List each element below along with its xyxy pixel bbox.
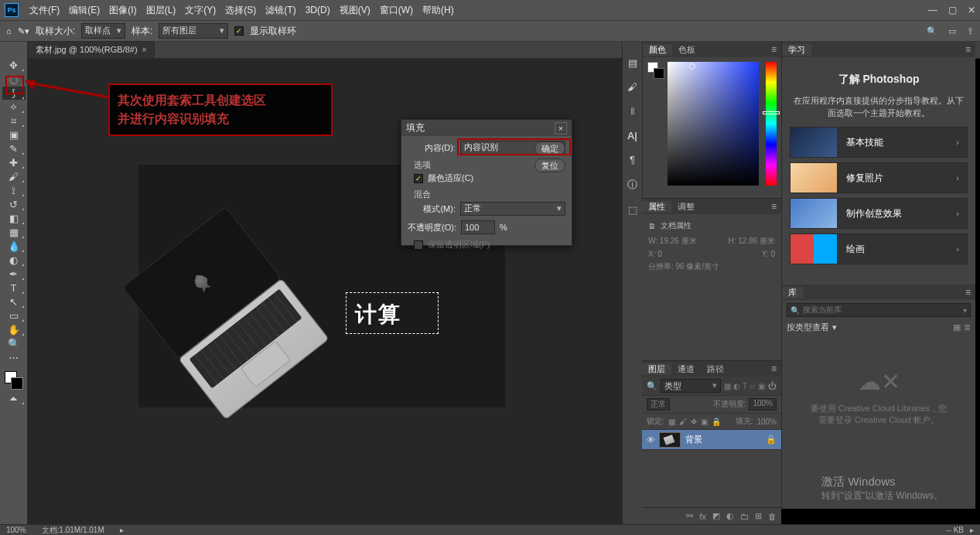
share-icon[interactable]: ⇪ <box>967 26 974 36</box>
gradient-tool[interactable]: ▦ <box>2 226 26 239</box>
quick-select-tool[interactable]: ✧ <box>2 101 26 114</box>
color-adapt-checkbox[interactable]: ✓ <box>414 174 423 183</box>
dodge-tool[interactable]: ◐ <box>2 254 26 267</box>
fill-value[interactable]: 100% <box>756 417 777 426</box>
library-search-input[interactable]: 🔍 搜索当前库 ▾ <box>787 303 971 317</box>
dialog-titlebar[interactable]: 填充 × <box>401 120 572 136</box>
menu-window[interactable]: 窗口(W) <box>375 4 418 17</box>
hand-tool[interactable]: ✋ <box>2 323 26 336</box>
grid-view-icon[interactable]: ▦ <box>953 322 961 332</box>
brush-settings-icon[interactable]: ⫴ <box>630 105 635 118</box>
menu-file[interactable]: 文件(F) <box>25 4 64 17</box>
para-panel-icon[interactable]: ¶ <box>630 154 635 165</box>
chevron-down-icon[interactable]: ▾ <box>963 306 967 315</box>
frame-tool[interactable]: ▣ <box>2 128 26 141</box>
filter-pixel-icon[interactable]: ▦ <box>724 382 731 390</box>
filter-shape-icon[interactable]: ▱ <box>750 382 756 390</box>
properties-tab[interactable]: 属性 <box>642 201 671 213</box>
menu-view[interactable]: 视图(V) <box>335 4 375 17</box>
menu-select[interactable]: 选择(S) <box>220 4 261 17</box>
eyedropper-icon[interactable]: ✎▾ <box>18 26 29 36</box>
tutorial-basics[interactable]: 基本技能› <box>790 127 968 158</box>
blur-tool[interactable]: 💧 <box>2 240 26 253</box>
swatches-tab[interactable]: 色板 <box>672 44 702 56</box>
filter-smart-icon[interactable]: ▣ <box>758 382 765 390</box>
group-icon[interactable]: 🗀 <box>740 512 749 521</box>
fill-opacity-input[interactable] <box>461 220 495 234</box>
layers-panel-menu-icon[interactable]: ≡ <box>767 363 781 374</box>
layers-tab[interactable]: 图层 <box>642 363 671 375</box>
maximize-button[interactable]: ▢ <box>948 5 957 15</box>
fill-reset-button[interactable]: 复位 <box>534 158 565 172</box>
healing-tool[interactable]: ✚ <box>2 156 26 169</box>
color-sv-picker[interactable] <box>668 62 759 186</box>
delete-layer-icon[interactable]: 🗑 <box>768 512 777 521</box>
screen-mode-tool[interactable]: ⏶ <box>2 392 26 405</box>
libraries-tab[interactable]: 库 <box>782 287 803 298</box>
close-button[interactable]: ✕ <box>968 5 975 15</box>
blend-mode-select[interactable]: 正常 <box>647 398 670 411</box>
path-select-tool[interactable]: ↖ <box>2 295 26 308</box>
layer-mask-icon[interactable]: ◩ <box>712 511 720 521</box>
libs-panel-menu-icon[interactable]: ≡ <box>961 287 975 298</box>
close-tab-icon[interactable]: × <box>142 46 147 54</box>
layer-visibility-icon[interactable]: 👁 <box>642 435 659 445</box>
fill-mode-select[interactable]: 正常 <box>460 202 565 216</box>
color-swatches[interactable] <box>3 370 25 391</box>
home-icon[interactable]: ⌂ <box>6 26 12 36</box>
history-panel-icon[interactable]: ▤ <box>628 57 637 69</box>
tools-more[interactable]: ⋯ <box>2 351 26 364</box>
zoom-tool[interactable]: 🔍 <box>2 337 26 350</box>
tutorial-retouch[interactable]: 修复照片› <box>790 162 968 193</box>
tutorial-creative[interactable]: 制作创意效果› <box>790 198 968 229</box>
learn-tab[interactable]: 学习 <box>782 44 811 56</box>
search-icon[interactable]: 🔍 <box>927 26 937 36</box>
layer-thumbnail[interactable] <box>659 432 681 448</box>
history-brush-tool[interactable]: ↺ <box>2 198 26 211</box>
info-panel-icon[interactable]: ⓘ <box>627 178 637 192</box>
adjustment-layer-icon[interactable]: ◐ <box>726 511 734 521</box>
layer-name[interactable]: 背景 <box>685 434 766 445</box>
lock-nest-icon[interactable]: ▣ <box>701 417 708 426</box>
pen-tool[interactable]: ✒ <box>2 268 26 281</box>
lock-all-icon[interactable]: 🔒 <box>712 417 721 426</box>
opacity-value[interactable]: 100% <box>749 398 777 411</box>
stamp-tool[interactable]: ⟟ <box>2 184 26 197</box>
doc-size[interactable]: 文档:1.01M/1.01M <box>42 525 104 536</box>
cube-panel-icon[interactable]: ⬚ <box>628 204 637 216</box>
channels-tab[interactable]: 通道 <box>671 363 701 375</box>
menu-help[interactable]: 帮助(H) <box>418 4 459 17</box>
menu-edit[interactable]: 编辑(E) <box>64 4 104 17</box>
move-tool[interactable]: ✥ <box>2 59 26 72</box>
chevron-right-icon[interactable]: ▸ <box>970 526 974 534</box>
eyedropper-tool[interactable]: ✎ <box>2 142 26 155</box>
layer-filter-search-icon[interactable]: 🔍 <box>647 381 657 391</box>
char-panel-icon[interactable]: A| <box>627 130 637 141</box>
layer-row[interactable]: 👁 背景 🔒 <box>642 430 781 450</box>
brush-panel-icon[interactable]: 🖌 <box>627 81 637 93</box>
sample-layers-select[interactable]: 所有图层 <box>159 23 228 39</box>
adjustments-tab[interactable]: 调整 <box>671 201 701 213</box>
menu-image[interactable]: 图像(I) <box>104 4 141 17</box>
new-layer-icon[interactable]: ⊞ <box>755 511 762 521</box>
paths-tab[interactable]: 路径 <box>701 363 730 375</box>
hue-slider[interactable] <box>766 62 777 186</box>
props-panel-menu-icon[interactable]: ≡ <box>767 201 781 212</box>
lock-pos-icon[interactable]: ✥ <box>691 417 697 426</box>
lock-trans-icon[interactable]: ▦ <box>668 417 675 426</box>
zoom-level[interactable]: 100% <box>6 526 26 534</box>
shape-tool[interactable]: ▭ <box>2 309 26 322</box>
workspace-icon[interactable]: ▭ <box>948 26 956 36</box>
menu-3d[interactable]: 3D(D) <box>301 5 335 15</box>
brush-tool[interactable]: 🖌 <box>2 170 26 183</box>
layer-fx-icon[interactable]: fx <box>699 512 706 521</box>
minimize-button[interactable]: — <box>928 5 937 15</box>
layer-lock-icon[interactable]: 🔒 <box>766 434 777 445</box>
type-tool[interactable]: T <box>2 281 26 295</box>
filter-toggle-icon[interactable]: ⏻ <box>768 381 777 390</box>
color-fg-bg-swatch[interactable] <box>647 62 664 79</box>
menu-type[interactable]: 文字(Y) <box>180 4 220 17</box>
layer-filter-kind[interactable]: 类型 <box>661 379 721 393</box>
color-tab[interactable]: 颜色 <box>643 44 672 56</box>
menu-layer[interactable]: 图层(L) <box>142 4 181 17</box>
